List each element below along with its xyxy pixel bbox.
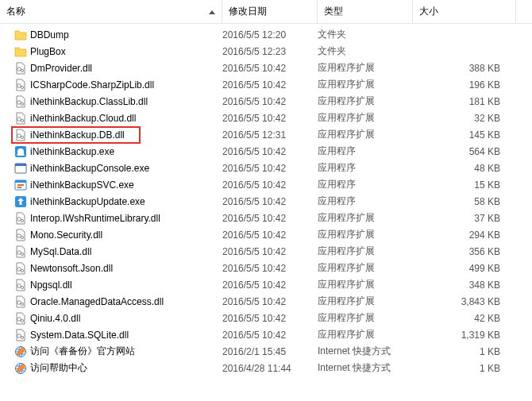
dll-icon <box>14 62 27 75</box>
file-row[interactable]: iNethinkBackup.DB.dll2016/5/5 12:31应用程序扩… <box>0 126 532 143</box>
file-type-cell: 应用程序扩展 <box>318 94 413 108</box>
file-size-cell: 58 KB <box>413 196 500 207</box>
file-row[interactable]: Mono.Security.dll2016/5/5 10:42应用程序扩展294… <box>0 226 532 243</box>
file-row[interactable]: iNethinkBackupSVC.exe2016/5/5 10:42应用程序1… <box>0 176 532 193</box>
file-type-cell: Internet 快捷方式 <box>318 345 413 358</box>
file-name-label: Oracle.ManagedDataAccess.dll <box>30 296 164 307</box>
file-size-cell: 564 KB <box>413 146 500 157</box>
dll-icon <box>14 245 27 258</box>
file-name-cell: MySql.Data.dll <box>14 245 222 258</box>
file-date-cell: 2016/5/5 10:42 <box>222 263 318 274</box>
file-type-cell: 应用程序扩展 <box>318 245 413 258</box>
file-row[interactable]: System.Data.SQLite.dll2016/5/5 10:42应用程序… <box>0 326 532 343</box>
file-type-cell: 应用程序 <box>318 195 413 208</box>
file-list: DBDump2016/5/5 12:20文件夹PlugBox2016/5/5 1… <box>0 24 532 376</box>
dll-icon <box>14 295 27 308</box>
file-row[interactable]: Oracle.ManagedDataAccess.dll2016/5/5 10:… <box>0 293 532 310</box>
exe-svc-icon <box>14 179 27 191</box>
file-name-label: iNethinkBackup.ClassLib.dll <box>30 96 148 107</box>
dll-icon <box>14 95 27 108</box>
file-size-cell: 32 KB <box>413 113 500 124</box>
dll-icon <box>14 229 27 241</box>
file-name-cell: 访问《睿备份》官方网站 <box>14 345 222 358</box>
file-name-cell: Npgsql.dll <box>14 279 222 291</box>
file-size-cell: 1,319 KB <box>413 330 500 341</box>
file-date-cell: 2016/5/5 10:42 <box>222 280 318 291</box>
folder-icon <box>14 45 27 58</box>
file-date-cell: 2016/4/28 11:44 <box>222 363 318 374</box>
file-row[interactable]: iNethinkBackupConsole.exe2016/5/5 10:42应… <box>0 160 532 176</box>
file-name-label: iNethinkBackupConsole.exe <box>30 163 149 174</box>
svg-rect-17 <box>17 187 21 188</box>
file-name-cell: iNethinkBackupSVC.exe <box>14 179 222 191</box>
exe-app-icon <box>14 145 27 158</box>
svg-rect-15 <box>15 180 26 183</box>
file-name-label: MySql.Data.dll <box>30 246 91 257</box>
file-name-cell: System.Data.SQLite.dll <box>14 329 222 341</box>
column-header-name-label: 名称 <box>6 5 25 18</box>
file-name-cell: DmProvider.dll <box>14 62 222 75</box>
file-type-cell: 应用程序扩展 <box>318 211 413 225</box>
file-name-cell: DBDump <box>14 29 222 41</box>
svg-rect-11 <box>17 154 25 156</box>
file-row[interactable]: Npgsql.dll2016/5/5 10:42应用程序扩展348 KB <box>0 276 532 293</box>
exe-upd-icon <box>14 195 27 208</box>
file-name-label: Mono.Security.dll <box>30 229 102 241</box>
file-size-cell: 181 KB <box>413 96 500 107</box>
file-date-cell: 2016/5/5 12:23 <box>222 46 318 57</box>
file-row[interactable]: iNethinkBackup.exe2016/5/5 10:42应用程序564 … <box>0 143 532 160</box>
file-size-cell: 196 KB <box>413 79 500 91</box>
file-size-cell: 294 KB <box>413 229 500 241</box>
file-row[interactable]: ICSharpCode.SharpZipLib.dll2016/5/5 10:4… <box>0 76 532 93</box>
file-name-cell: ICSharpCode.SharpZipLib.dll <box>14 79 222 91</box>
file-type-cell: 应用程序 <box>318 145 413 158</box>
file-name-label: 访问《睿备份》官方网站 <box>30 345 135 358</box>
file-date-cell: 2016/5/5 10:42 <box>222 313 318 324</box>
file-date-cell: 2016/5/5 10:42 <box>222 63 318 74</box>
file-row[interactable]: DmProvider.dll2016/5/5 10:42应用程序扩展388 KB <box>0 60 532 76</box>
file-size-cell: 145 KB <box>413 129 500 141</box>
file-type-cell: 应用程序扩展 <box>318 328 413 341</box>
file-type-cell: 应用程序扩展 <box>318 311 413 325</box>
file-row[interactable]: PlugBox2016/5/5 12:23文件夹 <box>0 43 532 60</box>
file-row[interactable]: MySql.Data.dll2016/5/5 10:42应用程序扩展356 KB <box>0 243 532 260</box>
column-header-size[interactable]: 大小 <box>413 0 516 23</box>
url-icon <box>14 345 27 358</box>
file-name-label: Npgsql.dll <box>30 280 72 291</box>
file-row[interactable]: iNethinkBackup.ClassLib.dll2016/5/5 10:4… <box>0 93 532 110</box>
file-row[interactable]: Newtonsoft.Json.dll2016/5/5 10:42应用程序扩展4… <box>0 260 532 276</box>
file-row[interactable]: iNethinkBackupUpdate.exe2016/5/5 10:42应用… <box>0 193 532 210</box>
file-type-cell: 应用程序扩展 <box>318 111 413 125</box>
file-row[interactable]: DBDump2016/5/5 12:20文件夹 <box>0 26 532 43</box>
column-header-name[interactable]: 名称 <box>0 0 222 23</box>
file-row[interactable]: 访问《睿备份》官方网站2016/2/1 15:45Internet 快捷方式1 … <box>0 343 532 360</box>
file-row[interactable]: Interop.IWshRuntimeLibrary.dll2016/5/5 1… <box>0 210 532 226</box>
file-date-cell: 2016/5/5 10:42 <box>222 113 318 124</box>
file-name-label: Newtonsoft.Json.dll <box>30 263 113 274</box>
file-date-cell: 2016/5/5 10:42 <box>222 296 318 307</box>
file-row[interactable]: iNethinkBackup.Cloud.dll2016/5/5 10:42应用… <box>0 110 532 126</box>
column-header-date[interactable]: 修改日期 <box>222 0 318 23</box>
dll-icon <box>14 129 27 141</box>
column-header-type[interactable]: 类型 <box>318 0 413 23</box>
file-type-cell: 应用程序扩展 <box>318 61 413 75</box>
file-type-cell: 应用程序扩展 <box>318 78 413 91</box>
file-name-label: iNethinkBackupUpdate.exe <box>30 196 145 207</box>
file-name-label: iNethinkBackup.DB.dll <box>30 129 125 141</box>
file-name-label: System.Data.SQLite.dll <box>30 330 129 341</box>
file-row[interactable]: Qiniu.4.0.dll2016/5/5 10:42应用程序扩展42 KB <box>0 310 532 326</box>
file-name-cell: Newtonsoft.Json.dll <box>14 262 222 275</box>
exe-icon <box>14 162 27 175</box>
file-name-label: DmProvider.dll <box>30 63 92 74</box>
file-size-cell: 1 KB <box>413 346 500 357</box>
column-header-size-label: 大小 <box>419 5 438 18</box>
column-header-date-label: 修改日期 <box>229 5 267 18</box>
dll-icon <box>14 312 27 325</box>
file-date-cell: 2016/5/5 10:42 <box>222 196 318 207</box>
file-row[interactable]: 访问帮助中心2016/4/28 11:44Internet 快捷方式1 KB <box>0 360 532 376</box>
file-type-cell: 应用程序扩展 <box>318 128 413 141</box>
file-date-cell: 2016/5/5 10:42 <box>222 229 318 241</box>
file-name-cell: Oracle.ManagedDataAccess.dll <box>14 295 222 308</box>
file-name-label: DBDump <box>30 29 69 40</box>
file-size-cell: 42 KB <box>413 313 500 324</box>
